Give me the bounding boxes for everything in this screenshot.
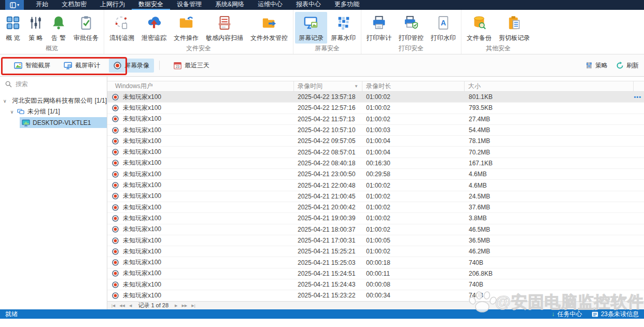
- cell-size: 801.1KB: [465, 93, 634, 101]
- cell-duration: 01:00:04: [362, 137, 465, 145]
- recording-row[interactable]: 未知玩家x100 2025-04-22 13:57:18 01:00:02 80…: [107, 92, 644, 103]
- chevron-down-icon[interactable]: ∨: [3, 98, 7, 104]
- menu-item-start[interactable]: 开始: [29, 0, 55, 10]
- policy-button[interactable]: 策略: [585, 61, 608, 70]
- recording-row[interactable]: 未知玩家x100 2025-04-22 11:57:13 01:00:02 27…: [107, 114, 644, 125]
- menu-item-report-center[interactable]: 报表中心: [289, 0, 328, 10]
- recording-row[interactable]: 未知玩家x100 2025-04-21 21:00:45 01:00:02 24…: [107, 191, 644, 202]
- tree-node-ungrouped[interactable]: ∨ 未分组 [1/1]: [0, 106, 107, 117]
- task-center-button[interactable]: ↓ 任务中心: [552, 310, 582, 319]
- recording-row[interactable]: 未知玩家x100 2025-04-22 12:57:16 01:00:02 79…: [107, 103, 644, 113]
- cell-size: 206.8KB: [465, 270, 634, 277]
- recording-row[interactable]: 未知玩家x100 2025-04-21 15:25:21 01:00:02 46…: [107, 246, 644, 257]
- first-page-button[interactable]: |◀: [109, 304, 117, 308]
- recent-three-days-filter[interactable]: 23 最近三天: [169, 59, 214, 73]
- ribbon-item-leak-track[interactable]: 泄密追踪: [138, 12, 170, 44]
- search-input[interactable]: [16, 80, 102, 88]
- recording-row[interactable]: 未知玩家x100 2025-04-21 23:00:50 00:29:58 4.…: [107, 169, 644, 180]
- column-header-record-time[interactable]: 录像时间▼: [294, 81, 362, 91]
- recording-row[interactable]: 未知玩家x100 2025-04-21 15:24:51 00:00:11 20…: [107, 268, 644, 279]
- refresh-button[interactable]: 刷新: [616, 61, 639, 70]
- row-menu-icon[interactable]: •••: [634, 94, 644, 100]
- recording-row[interactable]: 未知玩家x100 2025-04-21 22:00:48 01:00:02 4.…: [107, 180, 644, 191]
- column-header-duration[interactable]: 录像时长: [362, 81, 465, 91]
- ribbon-item-policy[interactable]: 策 略: [24, 12, 47, 44]
- menu-item-data-security[interactable]: 数据安全: [132, 0, 170, 10]
- group-icon: [17, 109, 25, 115]
- prev-page-button[interactable]: ◀: [127, 304, 134, 308]
- cell-record-time: 2025-04-21 15:24:43: [294, 281, 362, 288]
- menu-item-doc-encrypt[interactable]: 文档加密: [55, 0, 93, 10]
- recording-row[interactable]: 未知玩家x100 2025-04-22 08:40:18 00:16:30 16…: [107, 158, 644, 169]
- fast-prev-button[interactable]: ◀◀: [117, 304, 127, 308]
- status-bar: 就绪 ↓ 任务中心 23条未读信息: [0, 309, 644, 319]
- ribbon-item-file-outgoing-control[interactable]: 文件外发管控: [247, 12, 291, 44]
- recording-row[interactable]: 未知玩家x100 2025-04-22 10:57:10 01:00:03 54…: [107, 125, 644, 136]
- unread-messages-button[interactable]: 23条未读信息: [592, 310, 639, 319]
- column-header-size[interactable]: 大小: [465, 81, 634, 91]
- recording-row[interactable]: 未知玩家x100 2025-04-21 19:00:39 01:00:02 3.…: [107, 213, 644, 224]
- cell-record-time: 2025-04-21 17:00:31: [294, 237, 362, 244]
- cell-windows-user: 未知玩家x100: [123, 236, 294, 245]
- menu-item-device-mgmt[interactable]: 设备管理: [170, 0, 208, 10]
- ribbon-item-file-ops[interactable]: 文件操作: [170, 12, 202, 44]
- cell-windows-user: 未知玩家x100: [123, 93, 294, 102]
- recording-row[interactable]: 未知玩家x100 2025-04-21 17:00:31 01:00:05 36…: [107, 235, 644, 246]
- tree-node-company[interactable]: ∨ 河北安固云网络科技有限公司 [1/1]: [0, 95, 107, 106]
- cell-windows-user: 未知玩家x100: [123, 170, 294, 179]
- tab-screen-recording[interactable]: 屏幕录像: [109, 59, 154, 73]
- recording-row[interactable]: 未知玩家x100 2025-04-22 08:57:01 01:00:04 70…: [107, 147, 644, 158]
- ribbon-item-print-watermark[interactable]: A 打印水印: [427, 12, 459, 44]
- search-icon: [5, 81, 12, 88]
- column-header-windows-user[interactable]: Windows用户: [107, 81, 294, 91]
- content: ∨ 河北安固云网络科技有限公司 [1/1] ∨ 未分组 [1/1] DESKTO…: [0, 77, 644, 309]
- ribbon-group-print-security: 打印审计 打印管控 A 打印水印 打印安全: [361, 10, 461, 54]
- mosaic-icon: [335, 15, 351, 31]
- ribbon-item-approval-tasks[interactable]: 审批任务: [70, 12, 102, 44]
- cell-size: 793.5KB: [465, 104, 634, 111]
- ribbon-item-print-audit[interactable]: 打印审计: [363, 12, 395, 44]
- cell-windows-user: 未知玩家x100: [123, 258, 294, 267]
- record-dot-icon: [107, 94, 123, 101]
- fast-next-button[interactable]: ▶▶: [179, 304, 189, 308]
- recording-row[interactable]: 未知玩家x100 2025-04-21 18:00:37 01:00:02 46…: [107, 224, 644, 235]
- ribbon-item-sensitive-scan[interactable]: 敏感内容扫描: [202, 12, 247, 44]
- menu-item-system-network[interactable]: 系统&网络: [208, 0, 251, 10]
- menu-item-ops-center[interactable]: 运维中心: [251, 0, 289, 10]
- search-box[interactable]: [0, 77, 107, 91]
- cell-duration: 00:00:11: [362, 270, 465, 277]
- chevron-down-icon[interactable]: ∨: [9, 109, 15, 115]
- computers-icon: [9, 97, 10, 104]
- next-page-button[interactable]: ▶: [173, 304, 179, 308]
- ribbon-item-screen-watermark[interactable]: 屏幕水印: [327, 12, 359, 44]
- tab-smart-screenshot[interactable]: 智能截屏: [9, 59, 55, 73]
- record-dot-icon: [107, 237, 123, 244]
- recording-row[interactable]: 未知玩家x100 2025-04-21 15:24:43 00:00:08 74…: [107, 279, 644, 290]
- tab-screenshot-audit[interactable]: 截屏审计: [59, 59, 105, 73]
- record-dot-icon: [107, 226, 123, 233]
- ribbon-item-clipboard-record[interactable]: 剪切板记录: [495, 12, 534, 44]
- menu-item-more[interactable]: 更多功能: [328, 0, 366, 10]
- ribbon-item-flow-trace[interactable]: 流转追溯: [106, 12, 138, 44]
- app-menu-button[interactable]: ▾: [5, 0, 24, 10]
- sort-desc-icon[interactable]: ▼: [354, 84, 358, 89]
- cell-size: 24.5MB: [465, 193, 634, 200]
- ribbon-item-file-backup[interactable]: 文件备份: [463, 12, 495, 44]
- ribbon-item-alerts[interactable]: 告 警: [47, 12, 70, 44]
- cell-size: 740B: [465, 281, 634, 288]
- cell-windows-user: 未知玩家x100: [123, 225, 294, 234]
- recording-row[interactable]: 未知玩家x100 2025-04-22 09:57:05 01:00:04 78…: [107, 136, 644, 147]
- cell-size: 46.2MB: [465, 248, 634, 255]
- ribbon-item-print-control[interactable]: 打印管控: [395, 12, 427, 44]
- tree-node-computer-selected[interactable]: DESKTOP-VLKTLE1: [20, 117, 107, 128]
- last-page-button[interactable]: ▶|: [189, 304, 197, 308]
- ribbon-item-overview[interactable]: 概 览: [2, 12, 24, 44]
- recording-row[interactable]: 未知玩家x100 2025-04-21 15:25:03 00:00:18 74…: [107, 257, 644, 268]
- menu-item-web-behavior[interactable]: 上网行为: [93, 0, 132, 10]
- recording-row[interactable]: 未知玩家x100 2025-04-21 20:00:42 01:00:02 37…: [107, 202, 644, 213]
- cell-duration: 00:29:58: [362, 170, 465, 178]
- record-dot-icon: [107, 105, 123, 111]
- cell-size: 167.1KB: [465, 160, 634, 167]
- recording-row[interactable]: 未知玩家x100 2025-04-21 15:23:22 00:00:34 74…: [107, 290, 644, 301]
- ribbon-item-screen-record[interactable]: 屏幕记录: [295, 12, 327, 44]
